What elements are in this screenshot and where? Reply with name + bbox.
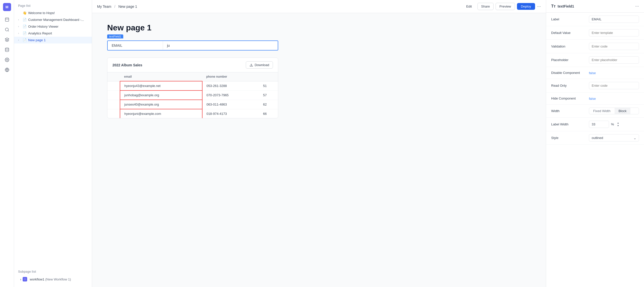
prop-input-default-value[interactable]	[589, 29, 639, 36]
prop-value-placeholder[interactable]	[589, 56, 639, 64]
deploy-icon-btn[interactable]	[3, 35, 12, 44]
svg-point-5	[6, 59, 8, 61]
table-title: 2022 Album Sales	[112, 63, 142, 67]
table-cell-phone: 018-974-4173	[202, 109, 259, 118]
plugin-icon-btn[interactable]	[3, 65, 12, 74]
preview-button[interactable]: Preview	[496, 3, 515, 10]
table-row: hyeonju43@example.net 053-261-3288 51	[107, 81, 278, 90]
prop-input-placeholder[interactable]	[589, 56, 639, 64]
prop-value-disable-component[interactable]: false	[589, 71, 639, 75]
table-cell-email: hyeonju43@example.net	[120, 81, 202, 90]
table-header: 2022 Album Sales Download	[107, 58, 278, 72]
prop-value-label[interactable]	[589, 16, 639, 23]
page-list-title: Page list	[14, 4, 92, 10]
page-item-welcome[interactable]: 👋 Welcome to Hops!	[14, 10, 92, 16]
prop-value-hide-component[interactable]: false	[589, 97, 639, 101]
page-item-customer[interactable]: › 📄 Customer Management Dashboard -...	[14, 16, 92, 23]
label-width-input[interactable]	[589, 121, 609, 128]
svg-point-4	[5, 48, 9, 49]
topbar-actions: Edit Share Preview Deploy ···	[463, 3, 541, 10]
prop-label-validation: Validation	[551, 44, 589, 48]
style-select[interactable]: outlined filled standard	[589, 134, 639, 141]
prop-input-label[interactable]	[589, 16, 639, 23]
stepper-down-btn[interactable]: ▼	[617, 124, 619, 127]
prop-value-label-width[interactable]: % ▲ ▼	[589, 121, 639, 128]
textfield-value[interactable]: ju	[163, 41, 278, 50]
breadcrumb-team: My Team	[97, 5, 111, 9]
width-toggle[interactable]: Fixed Width Block	[589, 108, 639, 114]
stepper-up-btn[interactable]: ▲	[617, 122, 619, 124]
svg-point-2	[5, 28, 8, 31]
prop-label-style: Style	[551, 136, 589, 140]
prop-value-validation[interactable]	[589, 43, 639, 50]
doc-icon: 📄	[23, 38, 27, 42]
prop-label-label-width: Label Width	[551, 122, 589, 126]
width-block-btn[interactable]: Block	[615, 108, 631, 114]
prop-input-validation[interactable]	[589, 43, 639, 50]
workflow-icon: ⬡	[23, 277, 27, 281]
svg-rect-0	[5, 18, 9, 21]
prop-input-read-only[interactable]	[589, 82, 639, 89]
textfield-input-row[interactable]: EMAIL ju	[107, 40, 278, 51]
settings-icon-btn[interactable]	[3, 55, 12, 64]
data-icon-btn[interactable]	[3, 45, 12, 54]
download-button[interactable]: Download	[246, 61, 273, 69]
avatar[interactable]: M	[3, 3, 11, 11]
col-header-phone: phone number	[202, 72, 259, 81]
table-cell-num: 57	[259, 90, 278, 100]
page-item-order[interactable]: › 📄 Order History Viewer	[14, 23, 92, 30]
sidebar-icons: M	[0, 0, 14, 287]
props-more-button[interactable]: ···	[635, 4, 639, 9]
page-item-label: Analytics Report	[28, 31, 52, 35]
prop-row-read-only: Read Only	[546, 79, 644, 92]
chevron-icon: ›	[18, 39, 21, 41]
width-fixed-btn[interactable]: Fixed Width	[589, 108, 615, 114]
subpage-item-workflow1[interactable]: › ⬡ workflow1 (New Workflow 1)	[14, 275, 92, 283]
prop-value-read-only[interactable]	[589, 82, 639, 89]
prop-row-disable-component: Disable Component false	[546, 67, 644, 79]
download-label: Download	[255, 63, 269, 67]
prop-value-width[interactable]: Fixed Width Block	[589, 108, 639, 114]
table-cell-index	[107, 100, 120, 109]
textfield-badge: textField1	[107, 34, 123, 38]
page-item-label: Welcome to Hops!	[28, 11, 55, 15]
table-header-row: email phone number	[107, 72, 278, 81]
prop-value-style[interactable]: outlined filled standard	[589, 134, 639, 141]
props-header: Tт textField1 ···	[546, 0, 644, 13]
prop-text-hide-component: false	[589, 97, 596, 101]
col-header-num	[259, 72, 278, 81]
page-item-analytics[interactable]: › 📄 Analytics Report	[14, 30, 92, 37]
prop-value-default-value[interactable]	[589, 29, 639, 36]
table-row: junseo40@example.org 063-011-4863 62	[107, 100, 278, 109]
prop-label-label: Label	[551, 17, 589, 21]
doc-icon: 📄	[23, 18, 27, 22]
table-cell-index	[107, 81, 120, 90]
edit-button[interactable]: Edit	[463, 3, 475, 10]
pages-icon-btn[interactable]	[3, 15, 12, 24]
prop-label-hide-component: Hide Component	[551, 97, 589, 100]
more-options-button[interactable]: ···	[537, 4, 541, 9]
table-cell-email: junseo40@example.org	[120, 100, 202, 109]
prop-row-placeholder: Placeholder	[546, 53, 644, 67]
prop-label-disable-component: Disable Component	[551, 71, 589, 75]
doc-icon: 📄	[23, 25, 27, 28]
table-cell-email: junhobag@example.org	[120, 90, 202, 100]
search-icon-btn[interactable]	[3, 25, 12, 34]
component-name: textField1	[558, 4, 574, 8]
share-button[interactable]: Share	[477, 3, 494, 10]
table-row: hyeonjuni@example.com 018-974-4173 66	[107, 109, 278, 118]
col-header-email: email	[120, 72, 202, 81]
component-type-icon: Tт	[551, 4, 556, 9]
table-row: junhobag@example.org 070-2073-7965 57	[107, 90, 278, 100]
prop-label-placeholder: Placeholder	[551, 58, 589, 62]
table-cell-email: hyeonjuni@example.com	[120, 109, 202, 118]
prop-row-validation: Validation	[546, 40, 644, 53]
prop-label-default-value: Default Value	[551, 31, 589, 35]
page-item-newpage[interactable]: › 📄 New page 1	[14, 37, 92, 43]
prop-row-label-width: Label Width % ▲ ▼	[546, 118, 644, 131]
page-title: New page 1	[107, 23, 531, 32]
prop-row-hide-component: Hide Component false	[546, 92, 644, 105]
label-width-stepper[interactable]: ▲ ▼	[617, 122, 619, 127]
breadcrumb-page: New page 1	[118, 5, 137, 9]
deploy-button[interactable]: Deploy	[517, 3, 535, 10]
